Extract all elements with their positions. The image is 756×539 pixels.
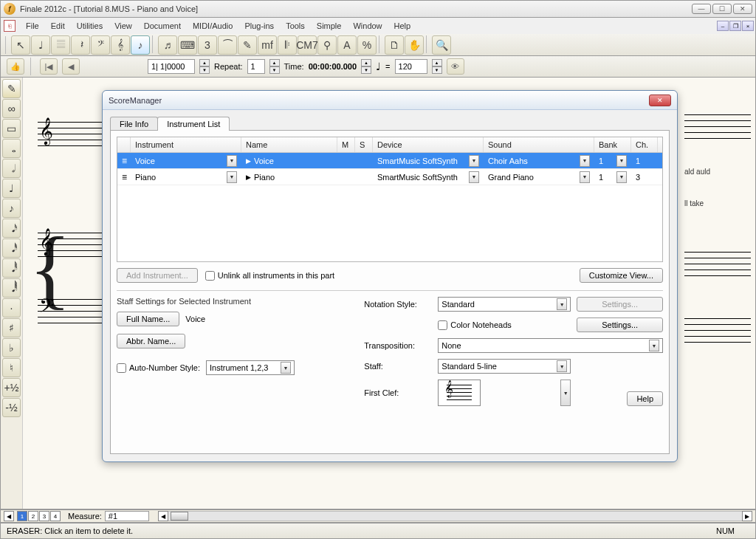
stop-icon[interactable]: ◀ xyxy=(62,58,80,75)
full-name-button[interactable]: Full Name... xyxy=(117,312,179,326)
chevron-down-icon[interactable]: ▼ xyxy=(469,171,479,183)
toolbar-button-7[interactable]: ♬ xyxy=(158,35,177,55)
palette-button-2[interactable]: ▭ xyxy=(2,119,21,138)
add-instrument-button[interactable]: Add Instrument... xyxy=(117,268,198,283)
mdi-close-icon[interactable]: × xyxy=(742,21,754,31)
palette-button-1[interactable]: ∞ xyxy=(2,99,21,118)
tempo-field[interactable]: 120 xyxy=(395,59,427,74)
toolbar-button-13[interactable]: 𝄆 xyxy=(278,35,297,55)
tab-file-info[interactable]: File Info xyxy=(110,117,158,131)
layer-button-1[interactable]: 1 xyxy=(17,511,27,521)
toolbar-button-4[interactable]: 𝄢 xyxy=(91,35,110,55)
palette-button-0[interactable]: ✎ xyxy=(2,79,21,98)
first-clef-selector[interactable]: 𝄞 xyxy=(438,380,481,406)
toolbar-button-2[interactable]: 𝄚 xyxy=(51,35,70,55)
drag-handle-icon[interactable]: ≡ xyxy=(122,172,127,182)
toolbar-button-9[interactable]: 3 xyxy=(198,35,217,55)
chevron-down-icon[interactable]: ▼ xyxy=(649,340,659,351)
col-instrument[interactable]: Instrument xyxy=(131,137,241,152)
layer-button-4[interactable]: 4 xyxy=(50,511,61,521)
palette-button-8[interactable]: 𝅘𝅥𝅰 xyxy=(2,238,21,258)
chevron-down-icon[interactable]: ▼ xyxy=(580,171,590,183)
toolbar-button-6[interactable]: ♪ xyxy=(131,35,150,55)
chevron-down-icon[interactable]: ▼ xyxy=(227,155,237,167)
toolbar-button-10[interactable]: ⁀ xyxy=(218,35,237,55)
chevron-down-icon[interactable]: ▼ xyxy=(616,155,627,167)
toolbar-button-8[interactable]: ⌨ xyxy=(178,35,197,55)
menu-midiaudio[interactable]: MIDI/Audio xyxy=(187,20,238,32)
toolbar-button-14[interactable]: CM7 xyxy=(298,35,317,55)
layer-button-3[interactable]: 3 xyxy=(39,511,49,521)
help-button[interactable]: Help xyxy=(627,391,663,406)
auto-number-checkbox-input[interactable] xyxy=(117,363,126,373)
h-scrollbar[interactable]: ◀ ▶ xyxy=(158,511,752,521)
palette-button-6[interactable]: ♪ xyxy=(2,199,21,218)
rewind-icon[interactable]: |◀ xyxy=(40,58,58,75)
position-field[interactable]: 1| 1|0000 xyxy=(148,59,195,74)
auto-number-select[interactable]: Instrument 1,2,3 ▼ xyxy=(206,360,295,375)
palette-button-9[interactable]: 𝅘𝅥𝅱 xyxy=(2,258,21,278)
tempo-spinner[interactable]: ▲▼ xyxy=(432,59,442,74)
menu-utilities[interactable]: Utilities xyxy=(71,20,109,32)
toolbar-button-3[interactable]: 𝄽 xyxy=(71,35,90,55)
chevron-down-icon[interactable]: ▼ xyxy=(281,362,291,374)
palette-button-11[interactable]: · xyxy=(2,298,21,317)
menu-tools[interactable]: Tools xyxy=(280,20,311,32)
toolbar-button-15[interactable]: ⚲ xyxy=(317,35,337,55)
toolbar-button-20[interactable]: 🔍 xyxy=(432,35,451,55)
menu-file[interactable]: File xyxy=(20,20,45,32)
toolbar-button-12[interactable]: mf xyxy=(258,35,277,55)
dialog-close-icon[interactable]: ✕ xyxy=(649,95,671,106)
menu-window[interactable]: Window xyxy=(347,20,388,32)
palette-button-3[interactable]: 𝅝 xyxy=(2,139,21,158)
col-m[interactable]: M xyxy=(337,137,355,152)
notation-style-select[interactable]: Standard ▼ xyxy=(438,297,571,312)
chevron-down-icon[interactable]: ▼ xyxy=(469,155,479,167)
palette-button-12[interactable]: ♯ xyxy=(2,318,21,337)
toolbar-button-0[interactable]: ↖ xyxy=(11,35,30,55)
mdi-restore-icon[interactable]: ❐ xyxy=(729,21,741,31)
eye-icon[interactable]: 👁 xyxy=(447,58,464,75)
unlink-checkbox[interactable]: Unlink all instruments in this part xyxy=(205,271,334,281)
staff-select[interactable]: Standard 5-line ▼ xyxy=(438,359,571,374)
menu-view[interactable]: View xyxy=(109,20,138,32)
measure-field[interactable]: #1 xyxy=(105,511,149,521)
palette-button-4[interactable]: 𝅗𝅥 xyxy=(2,159,21,178)
maximize-icon[interactable]: ☐ xyxy=(712,4,732,14)
chevron-down-icon[interactable]: ▼ xyxy=(227,171,237,183)
palette-button-13[interactable]: ♭ xyxy=(2,338,21,357)
chevron-down-icon[interactable]: ▼ xyxy=(580,155,590,167)
instrument-row[interactable]: ≡Voice▼▶VoiceSmartMusic SoftSynth▼Choir … xyxy=(117,153,662,169)
repeat-field[interactable]: 1 xyxy=(247,59,265,74)
instrument-row[interactable]: ≡Piano▼▶PianoSmartMusic SoftSynth▼Grand … xyxy=(117,169,662,185)
chevron-down-icon[interactable]: ▼ xyxy=(557,360,567,372)
toolbar-button-11[interactable]: ✎ xyxy=(238,35,257,55)
dialog-titlebar[interactable]: ScoreManager ✕ xyxy=(103,91,677,110)
menu-plugins[interactable]: Plug-ins xyxy=(238,20,280,32)
abbr-name-button[interactable]: Abbr. Name... xyxy=(117,334,185,349)
close-icon[interactable]: ✕ xyxy=(733,4,752,14)
unlink-checkbox-input[interactable] xyxy=(205,271,215,281)
palette-button-5[interactable]: ♩ xyxy=(2,179,21,198)
auto-number-checkbox[interactable]: Auto-Number Style: xyxy=(117,363,200,373)
layer-button-2[interactable]: 2 xyxy=(28,511,38,521)
customize-view-button[interactable]: Customize View... xyxy=(580,268,663,283)
repeat-spinner[interactable]: ▲▼ xyxy=(269,59,280,74)
menu-document[interactable]: Document xyxy=(138,20,187,32)
palette-button-7[interactable]: 𝅘𝅥𝅯 xyxy=(2,219,21,238)
toolbar-button-17[interactable]: % xyxy=(357,35,377,55)
minimize-icon[interactable]: — xyxy=(692,4,711,14)
col-bank[interactable]: Bank xyxy=(594,137,631,152)
toolbar-button-5[interactable]: 𝄞 xyxy=(111,35,130,55)
thumbs-up-icon[interactable]: 👍 xyxy=(7,58,24,75)
scroll-left-icon[interactable]: ◀ xyxy=(158,511,168,521)
toolbar-button-16[interactable]: A xyxy=(337,35,357,55)
toolbar-button-1[interactable]: ♩ xyxy=(31,35,50,55)
color-settings-button[interactable]: Settings... xyxy=(577,317,663,332)
mdi-minimize-icon[interactable]: – xyxy=(717,21,729,31)
play-icon[interactable]: ▶ xyxy=(246,157,251,165)
chevron-down-icon[interactable]: ▼ xyxy=(560,380,571,406)
col-ch[interactable]: Ch. xyxy=(631,137,658,152)
toolbar-button-18[interactable]: 🗋 xyxy=(385,35,404,55)
position-spinner[interactable]: ▲▼ xyxy=(199,59,210,74)
